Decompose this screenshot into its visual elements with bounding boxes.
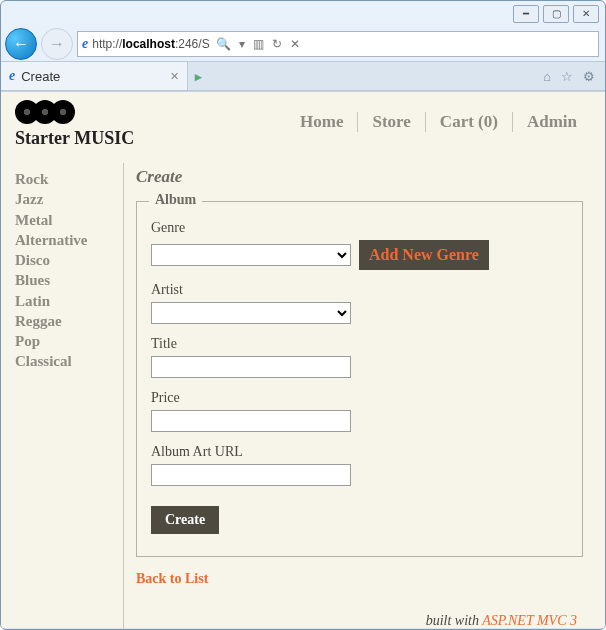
top-nav: Home Store Cart (0) Admin bbox=[286, 112, 591, 132]
main-content: Create Album Genre Add New Genre Artist bbox=[136, 163, 591, 628]
addr-dropdown-icon[interactable]: ▾ bbox=[237, 37, 247, 51]
tab-title: Create bbox=[21, 69, 60, 84]
nav-home[interactable]: Home bbox=[286, 112, 357, 132]
tab-close-icon[interactable]: ✕ bbox=[170, 70, 179, 83]
page-heading: Create bbox=[136, 167, 583, 187]
sidebar-item[interactable]: Latin bbox=[15, 291, 123, 311]
sidebar-item[interactable]: Classical bbox=[15, 351, 123, 371]
site-title: Starter MUSIC bbox=[15, 128, 134, 149]
label-arturl: Album Art URL bbox=[151, 444, 568, 460]
nav-forward-button[interactable]: → bbox=[41, 28, 73, 60]
nav-store[interactable]: Store bbox=[357, 112, 424, 132]
sidebar-item[interactable]: Disco bbox=[15, 250, 123, 270]
home-icon[interactable]: ⌂ bbox=[543, 69, 551, 84]
genre-select[interactable] bbox=[151, 244, 351, 266]
artist-select[interactable] bbox=[151, 302, 351, 324]
nav-back-button[interactable]: ← bbox=[5, 28, 37, 60]
search-icon[interactable]: 🔍 bbox=[214, 37, 233, 51]
favorites-icon[interactable]: ☆ bbox=[561, 69, 573, 84]
window-titlebar: ━ ▢ ✕ bbox=[1, 1, 605, 27]
logo-icon bbox=[15, 100, 134, 124]
sidebar-item[interactable]: Reggae bbox=[15, 311, 123, 331]
arturl-input[interactable] bbox=[151, 464, 351, 486]
address-bar[interactable]: e http://localhost:246/S 🔍 ▾ ▥ ↻ ✕ bbox=[77, 31, 599, 57]
stop-icon[interactable]: ✕ bbox=[288, 37, 302, 51]
new-tab-button[interactable]: ▸ bbox=[188, 62, 208, 90]
page: Starter MUSIC Home Store Cart (0) Admin … bbox=[1, 92, 605, 628]
footer: built with ASP.NET MVC 3 bbox=[136, 613, 583, 628]
window-minimize-button[interactable]: ━ bbox=[513, 5, 539, 23]
label-genre: Genre bbox=[151, 220, 568, 236]
browser-window: ━ ▢ ✕ ← → e http://localhost:246/S 🔍 ▾ ▥… bbox=[0, 0, 606, 630]
viewport: Starter MUSIC Home Store Cart (0) Admin … bbox=[1, 91, 605, 628]
tools-icon[interactable]: ⚙ bbox=[583, 69, 595, 84]
footer-link[interactable]: ASP.NET MVC 3 bbox=[482, 613, 577, 628]
album-fieldset: Album Genre Add New Genre Artist bbox=[136, 201, 583, 557]
browser-tab[interactable]: e Create ✕ bbox=[1, 62, 188, 90]
address-text: http://localhost:246/S bbox=[92, 37, 209, 51]
price-input[interactable] bbox=[151, 410, 351, 432]
ie-icon: e bbox=[82, 36, 88, 52]
ie-icon: e bbox=[9, 68, 15, 84]
genre-sidebar: Rock Jazz Metal Alternative Disco Blues … bbox=[15, 163, 124, 628]
brand: Starter MUSIC bbox=[15, 100, 134, 157]
title-input[interactable] bbox=[151, 356, 351, 378]
add-genre-button[interactable]: Add New Genre bbox=[359, 240, 489, 270]
sidebar-item[interactable]: Jazz bbox=[15, 189, 123, 209]
nav-admin[interactable]: Admin bbox=[512, 112, 591, 132]
window-close-button[interactable]: ✕ bbox=[573, 5, 599, 23]
fieldset-legend: Album bbox=[149, 192, 202, 208]
window-maximize-button[interactable]: ▢ bbox=[543, 5, 569, 23]
browser-navbar: ← → e http://localhost:246/S 🔍 ▾ ▥ ↻ ✕ bbox=[1, 27, 605, 61]
sidebar-item[interactable]: Pop bbox=[15, 331, 123, 351]
sidebar-item[interactable]: Alternative bbox=[15, 230, 123, 250]
sidebar-item[interactable]: Metal bbox=[15, 210, 123, 230]
tab-strip: e Create ✕ ▸ ⌂ ☆ ⚙ bbox=[1, 61, 605, 91]
create-button[interactable]: Create bbox=[151, 506, 219, 534]
label-price: Price bbox=[151, 390, 568, 406]
label-title: Title bbox=[151, 336, 568, 352]
compat-view-icon[interactable]: ▥ bbox=[251, 37, 266, 51]
refresh-icon[interactable]: ↻ bbox=[270, 37, 284, 51]
sidebar-item[interactable]: Blues bbox=[15, 270, 123, 290]
nav-cart[interactable]: Cart (0) bbox=[425, 112, 512, 132]
back-to-list-link[interactable]: Back to List bbox=[136, 571, 208, 587]
sidebar-item[interactable]: Rock bbox=[15, 169, 123, 189]
label-artist: Artist bbox=[151, 282, 568, 298]
